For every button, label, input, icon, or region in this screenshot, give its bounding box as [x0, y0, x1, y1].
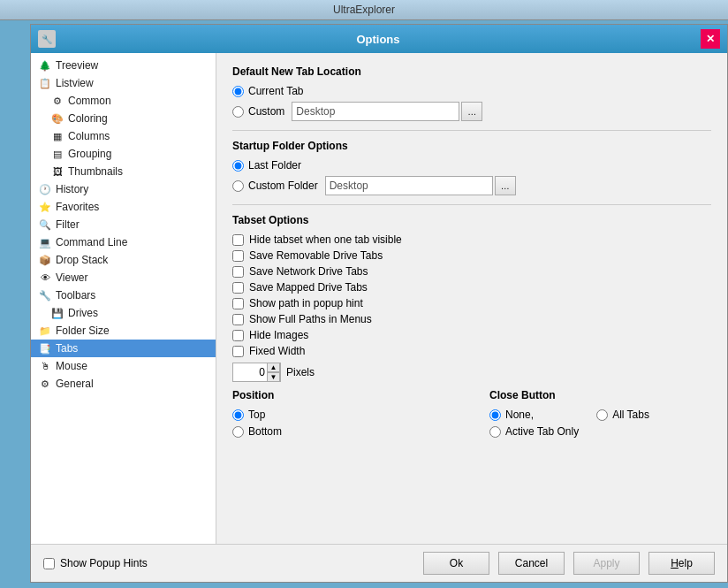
hide-images-label: Hide Images [249, 329, 308, 341]
custom-folder-radio[interactable] [232, 180, 244, 192]
sidebar-label-tabs: Tabs [56, 342, 78, 355]
position-title: Position [232, 389, 454, 401]
close-button-title: Close Button [489, 389, 711, 401]
sidebar-item-foldersize[interactable]: 📁Folder Size [31, 322, 216, 340]
custom-tab-input[interactable] [292, 102, 459, 121]
custom-folder-input[interactable] [325, 176, 493, 195]
sidebar-label-dropstack: Drop Stack [56, 254, 108, 266]
sidebar-icon-viewer: 👁 [38, 271, 52, 285]
show-path-popup-label: Show path in popup hint [249, 297, 363, 309]
sidebar-item-columns[interactable]: ▦Columns [31, 127, 216, 145]
show-full-paths-checkbox[interactable] [232, 314, 244, 325]
fixed-width-label: Fixed Width [249, 345, 305, 357]
save-network-label: Save Network Drive Tabs [249, 265, 368, 278]
cancel-button[interactable]: Cancel [498, 552, 565, 575]
sidebar-item-thumbnails[interactable]: 🖼Thumbnails [31, 163, 216, 180]
sidebar-label-common: Common [68, 95, 111, 107]
sidebar-icon-commandline: 💻 [38, 235, 52, 249]
sidebar-item-favorites[interactable]: ⭐Favorites [31, 198, 216, 216]
sidebar-icon-toolbars: 🔧 [38, 288, 52, 302]
show-path-popup-checkbox[interactable] [232, 298, 244, 309]
ok-button[interactable]: Ok [423, 552, 489, 575]
save-mapped-checkbox[interactable] [232, 282, 244, 294]
sidebar-icon-treeview: 🌲 [38, 58, 52, 73]
position-section: Position Top Bottom [232, 389, 454, 442]
sidebar-item-filter[interactable]: 🔍Filter [31, 216, 216, 233]
close-none-radio[interactable] [489, 409, 501, 421]
sidebar-icon-favorites: ⭐ [38, 200, 52, 214]
sidebar-label-treeview: Treeview [56, 59, 98, 72]
sidebar-item-history[interactable]: 🕐History [31, 180, 216, 198]
sidebar-label-commandline: Command Line [56, 236, 127, 248]
spinner-down[interactable]: ▼ [267, 372, 280, 382]
custom-folder-label: Custom Folder [248, 179, 318, 192]
fixed-width-checkbox[interactable] [232, 346, 244, 357]
custom-tab-label: Custom [248, 105, 284, 118]
position-bottom-label: Bottom [248, 425, 282, 438]
startup-folder-section: Startup Folder Options Last Folder Custo… [232, 140, 711, 195]
sidebar-label-mouse: Mouse [56, 360, 87, 372]
tabset-section: Tabset Options Hide tabset when one tab … [232, 214, 711, 382]
sidebar-icon-common: ⚙ [50, 94, 64, 108]
fixed-width-spinner: ▲ ▼ [232, 363, 281, 382]
sidebar-icon-tabs: 📑 [38, 341, 52, 355]
sidebar-item-toolbars[interactable]: 🔧Toolbars [31, 286, 216, 304]
sidebar-label-general: General [56, 378, 94, 390]
sidebar-icon-thumbnails: 🖼 [50, 164, 64, 179]
close-active-label: Active Tab Only [505, 425, 579, 438]
startup-folder-title: Startup Folder Options [232, 140, 711, 152]
last-folder-radio[interactable] [232, 160, 244, 172]
position-bottom-radio[interactable] [232, 426, 244, 438]
sidebar-item-viewer[interactable]: 👁Viewer [31, 269, 216, 286]
help-button[interactable]: Help [648, 552, 715, 575]
sidebar-icon-foldersize: 📁 [38, 324, 52, 338]
close-all-radio[interactable] [596, 409, 608, 421]
show-popup-hints-row: Show Popup Hints [43, 557, 148, 569]
spinner-up[interactable]: ▲ [267, 363, 280, 372]
sidebar-label-foldersize: Folder Size [56, 325, 110, 337]
save-mapped-label: Save Mapped Drive Tabs [249, 281, 368, 294]
sidebar-icon-coloring: 🎨 [50, 111, 64, 126]
pixels-label: Pixels [286, 366, 315, 378]
sidebar-item-commandline[interactable]: 💻Command Line [31, 233, 216, 251]
custom-tab-radio[interactable] [232, 106, 244, 118]
save-removable-checkbox[interactable] [232, 250, 244, 262]
hide-tabset-checkbox[interactable] [232, 234, 244, 246]
close-active-radio[interactable] [489, 426, 501, 438]
content-area: 🌲Treeview📋Listview⚙Common🎨Coloring▦Colum… [31, 53, 727, 544]
position-top-radio[interactable] [232, 409, 244, 421]
custom-folder-browse[interactable]: … [495, 176, 516, 195]
sidebar-item-dropstack[interactable]: 📦Drop Stack [31, 251, 216, 269]
apply-button[interactable]: Apply [573, 552, 640, 575]
fixed-width-input[interactable] [233, 366, 267, 378]
sidebar-item-treeview[interactable]: 🌲Treeview [31, 57, 216, 74]
sidebar-icon-columns: ▦ [50, 129, 64, 143]
sidebar-icon-mouse: 🖱 [38, 359, 52, 373]
default-new-tab-section: Default New Tab Location Current Tab Cus… [232, 65, 711, 121]
hide-images-checkbox[interactable] [232, 330, 244, 341]
sidebar-icon-listview: 📋 [38, 76, 52, 90]
show-popup-hints-checkbox[interactable] [43, 558, 55, 569]
window: 🔧 Options ✕ 🌲Treeview📋Listview⚙Common🎨Co… [30, 24, 728, 583]
last-folder-label: Last Folder [248, 159, 301, 172]
sidebar-item-common[interactable]: ⚙Common [31, 92, 216, 110]
current-tab-radio[interactable] [232, 86, 244, 97]
close-all-label: All Tabs [612, 409, 649, 421]
save-network-checkbox[interactable] [232, 266, 244, 278]
sidebar-item-tabs[interactable]: 📑Tabs [31, 340, 216, 357]
sidebar-label-viewer: Viewer [56, 271, 87, 284]
sidebar-label-drives: Drives [68, 307, 98, 319]
sidebar-item-mouse[interactable]: 🖱Mouse [31, 357, 216, 375]
sidebar-item-drives[interactable]: 💾Drives [31, 304, 216, 322]
sidebar-label-filter: Filter [56, 218, 80, 231]
sidebar-label-favorites: Favorites [56, 201, 99, 213]
sidebar-icon-grouping: ▤ [50, 147, 64, 161]
sidebar-label-history: History [56, 183, 88, 195]
sidebar-item-general[interactable]: ⚙General [31, 375, 216, 393]
sidebar-item-listview[interactable]: 📋Listview [31, 74, 216, 92]
dialog-icon: 🔧 [38, 30, 56, 48]
custom-tab-browse[interactable]: … [461, 102, 482, 121]
sidebar-item-grouping[interactable]: ▤Grouping [31, 145, 216, 163]
sidebar-item-coloring[interactable]: 🎨Coloring [31, 110, 216, 127]
close-button[interactable]: ✕ [701, 29, 720, 49]
